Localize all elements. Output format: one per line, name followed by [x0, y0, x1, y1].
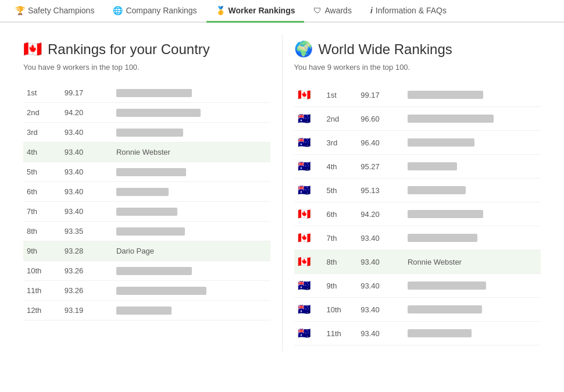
rank-cell: 4th [323, 155, 357, 179]
rank-cell: 11th [323, 322, 357, 345]
rank-cell: 7th [323, 226, 357, 250]
rank-cell: 5th [23, 162, 61, 182]
flag-cell: 🇨🇦 [294, 226, 323, 250]
bar-cell [404, 179, 541, 202]
medal-icon: 🥇 [216, 6, 226, 15]
world-panel-title: 🌍 World Wide Rankings [294, 40, 541, 58]
country-rankings-panel: 🇨🇦 Rankings for your Country You have 9 … [12, 34, 282, 351]
score-cell: 94.20 [61, 103, 113, 123]
flag-cell: 🇨🇦 [294, 202, 323, 226]
table-row: 🇦🇺 2nd 96.60 [294, 107, 541, 131]
rank-cell: 1st [323, 83, 357, 107]
bar-cell [113, 123, 270, 142]
score-cell: 95.13 [357, 179, 404, 202]
nav-item-awards[interactable]: 🛡 Awards [304, 0, 360, 23]
trophy-icon: 🏆 [15, 6, 25, 15]
bar-cell [404, 298, 541, 322]
table-row: 🇦🇺 10th 93.40 [294, 298, 541, 322]
country-panel-subtitle: You have 9 workers in the top 100. [23, 63, 270, 72]
table-row: 6th 93.40 [23, 182, 270, 202]
table-row: 3rd 93.40 [23, 123, 270, 142]
shield-icon: 🛡 [313, 6, 322, 15]
bar-cell [404, 274, 541, 298]
flag-cell: 🇦🇺 [294, 155, 323, 179]
bar-cell [113, 83, 270, 103]
globe-icon: 🌍 [294, 40, 313, 58]
nav-item-safety-champions[interactable]: 🏆 Safety Champions [6, 0, 103, 23]
score-cell: 95.27 [357, 155, 404, 179]
rank-cell: 9th [323, 274, 357, 298]
flag-cell: 🇨🇦 [294, 250, 323, 274]
country-rank-table: 1st 99.17 2nd 94.20 3rd 93.40 4th 93.40 … [23, 83, 270, 320]
bar-cell [404, 226, 541, 250]
table-row: 🇦🇺 9th 93.40 [294, 274, 541, 298]
canada-flag-icon: 🇨🇦 [23, 40, 42, 58]
table-row: 🇦🇺 11th 93.40 [294, 322, 541, 345]
table-row: 11th 93.26 [23, 281, 270, 301]
score-cell: 93.40 [61, 162, 113, 182]
name-cell: Ronnie Webster [113, 142, 270, 162]
world-rankings-panel: 🌍 World Wide Rankings You have 9 workers… [282, 34, 553, 351]
bar-cell [404, 83, 541, 107]
table-row: 8th 93.35 [23, 222, 270, 241]
table-row: 9th 93.28 Dario Page [23, 241, 270, 261]
world-panel-subtitle: You have 9 workers in the top 100. [294, 63, 541, 72]
rank-cell: 11th [23, 281, 61, 301]
nav-label-company-rankings: Company Rankings [126, 6, 197, 15]
bar-cell [404, 322, 541, 345]
nav-label-information-faqs: Information & FAQs [376, 6, 447, 15]
flag-cell: 🇦🇺 [294, 179, 323, 202]
rank-cell: 2nd [323, 107, 357, 131]
score-cell: 99.17 [61, 83, 113, 103]
score-cell: 96.60 [357, 107, 404, 131]
rank-cell: 10th [23, 261, 61, 281]
bar-cell [113, 281, 270, 301]
rank-cell: 8th [323, 250, 357, 274]
flag-cell: 🇦🇺 [294, 131, 323, 155]
flag-cell: 🇦🇺 [294, 298, 323, 322]
bar-cell [113, 261, 270, 281]
score-cell: 96.40 [357, 131, 404, 155]
rank-cell: 3rd [23, 123, 61, 142]
table-row: 🇨🇦 7th 93.40 [294, 226, 541, 250]
rank-cell: 12th [23, 301, 61, 320]
rank-cell: 10th [323, 298, 357, 322]
rank-cell: 1st [23, 83, 61, 103]
score-cell: 93.40 [357, 322, 404, 345]
bar-cell [113, 301, 270, 320]
rank-cell: 4th [23, 142, 61, 162]
bar-cell [404, 202, 541, 226]
score-cell: 93.26 [61, 281, 113, 301]
score-cell: 93.40 [357, 298, 404, 322]
rank-cell: 2nd [23, 103, 61, 123]
nav-label-awards: Awards [324, 6, 351, 15]
flag-cell: 🇦🇺 [294, 107, 323, 131]
rank-cell: 3rd [323, 131, 357, 155]
bar-cell [404, 155, 541, 179]
score-cell: 93.40 [61, 142, 113, 162]
score-cell: 93.26 [61, 261, 113, 281]
table-row: 4th 93.40 Ronnie Webster [23, 142, 270, 162]
bar-cell [113, 222, 270, 241]
score-cell: 93.40 [357, 250, 404, 274]
score-cell: 93.40 [61, 202, 113, 222]
nav-item-worker-rankings[interactable]: 🥇 Worker Rankings [206, 0, 305, 23]
info-icon: i [370, 6, 373, 15]
nav-item-information-faqs[interactable]: i Information & FAQs [361, 0, 456, 23]
rank-cell: 9th [23, 241, 61, 261]
table-row: 🇦🇺 3rd 96.40 [294, 131, 541, 155]
nav-item-company-rankings[interactable]: 🌐 Company Rankings [103, 0, 206, 23]
flag-cell: 🇦🇺 [294, 322, 323, 345]
table-row: 10th 93.26 [23, 261, 270, 281]
country-panel-title: 🇨🇦 Rankings for your Country [23, 40, 270, 58]
table-row: 7th 93.40 [23, 202, 270, 222]
table-row: 2nd 94.20 [23, 103, 270, 123]
bar-cell [113, 202, 270, 222]
table-row: 🇦🇺 4th 95.27 [294, 155, 541, 179]
globe-small-icon: 🌐 [113, 6, 123, 15]
rank-cell: 6th [23, 182, 61, 202]
score-cell: 93.19 [61, 301, 113, 320]
bar-cell [113, 162, 270, 182]
score-cell: 93.40 [357, 226, 404, 250]
main-content: 🇨🇦 Rankings for your Country You have 9 … [0, 23, 564, 363]
